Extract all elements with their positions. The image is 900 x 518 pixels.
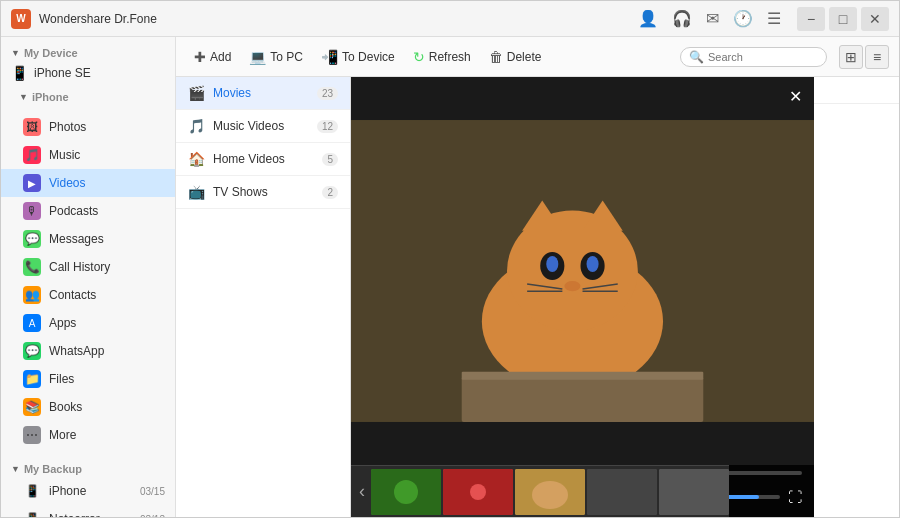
maximize-button[interactable]: □ [829,7,857,31]
contacts-icon: 👥 [23,286,41,304]
podcasts-icon: 🎙 [23,202,41,220]
categories-panel: 🎬 Movies 23 🎵 Music Videos 12 🏠 Home Vid… [176,77,351,517]
main-content: ▼ My Device 📱 iPhone SE ▼ iPhone 🖼 Photo… [1,37,899,517]
sidebar-item-call-history[interactable]: 📞 Call History [1,253,175,281]
svg-point-20 [470,484,486,500]
video-player [351,104,814,465]
to-pc-icon: 💻 [249,49,266,65]
film-thumb-2[interactable] [443,469,513,515]
refresh-button[interactable]: ↻ Refresh [405,45,479,69]
close-button[interactable]: ✕ [861,7,889,31]
svg-rect-15 [462,377,704,422]
film-thumb-5[interactable] [659,469,729,515]
sidebar-item-books[interactable]: 📚 Books [1,393,175,421]
messages-icon: 💬 [23,230,41,248]
section-iphone: 🖼 Photos 🎵 Music ▶ Videos 🎙 Podcasts 💬 [1,109,175,453]
svg-rect-24 [659,469,729,515]
to-pc-label: To PC [270,50,303,64]
delete-button[interactable]: 🗑 Delete [481,45,550,69]
iphone-backup-badge: 03/15 [140,486,165,497]
mail-icon[interactable]: ✉ [706,9,719,28]
sidebar-item-iphone-backup[interactable]: 📱 iPhone 03/15 [1,477,175,505]
sidebar: ▼ My Device 📱 iPhone SE ▼ iPhone 🖼 Photo… [1,37,176,517]
sidebar-item-videos[interactable]: ▶ Videos [1,169,175,197]
files-icon: 📁 [23,370,41,388]
menu-icon[interactable]: ☰ [767,9,781,28]
device-iphone-se[interactable]: 📱 iPhone SE [1,61,175,85]
history-icon[interactable]: 🕐 [733,9,753,28]
search-input[interactable] [708,51,818,63]
sidebar-item-messages[interactable]: 💬 Messages [1,225,175,253]
grid-view-button[interactable]: ⊞ [839,45,863,69]
category-music-videos[interactable]: 🎵 Music Videos 12 [176,110,350,143]
to-pc-button[interactable]: 💻 To PC [241,45,311,69]
filmstrip-left-arrow[interactable]: ‹ [355,481,369,502]
tv-shows-count: 2 [322,186,338,199]
home-videos-label: Home Videos [213,152,314,166]
search-area: 🔍 ⊞ ≡ [680,45,889,69]
toolbar: ✚ Add 💻 To PC 📲 To Device ↻ Refresh 🗑 [176,37,899,77]
home-videos-icon: 🏠 [188,151,205,167]
videos-label: Videos [49,176,165,190]
svg-rect-16 [462,372,704,380]
minimize-button[interactable]: − [797,7,825,31]
svg-point-7 [587,256,599,272]
person-icon[interactable]: 👤 [638,9,658,28]
arrow-icon: ▼ [19,92,28,102]
sidebar-item-whatsapp[interactable]: 💬 WhatsApp [1,337,175,365]
refresh-icon: ↻ [413,49,425,65]
category-movies[interactable]: 🎬 Movies 23 [176,77,350,110]
noteerror-badge: 03/13 [140,514,165,518]
delete-label: Delete [507,50,542,64]
volume-bar[interactable] [720,495,780,499]
whatsapp-icon: 💬 [23,342,41,360]
noteerror-label: Noteerror [49,512,132,517]
fullscreen-button[interactable]: ⛶ [788,489,802,505]
my-backup-header[interactable]: ▼ My Backup [1,457,175,477]
add-label: Add [210,50,231,64]
sidebar-item-music[interactable]: 🎵 Music [1,141,175,169]
apps-icon: A [23,314,41,332]
section-my-device: ▼ My Device 📱 iPhone SE ▼ iPhone [1,37,175,109]
tv-shows-label: TV Shows [213,185,314,199]
sidebar-item-podcasts[interactable]: 🎙 Podcasts [1,197,175,225]
search-box: 🔍 [680,47,827,67]
app-title: Wondershare Dr.Fone [39,12,630,26]
sidebar-item-more[interactable]: ⋯ More [1,421,175,449]
sidebar-item-files[interactable]: 📁 Files [1,365,175,393]
my-backup-label: My Backup [24,463,82,475]
home-videos-count: 5 [322,153,338,166]
music-label: Music [49,148,165,162]
books-icon: 📚 [23,398,41,416]
sidebar-item-photos[interactable]: 🖼 Photos [1,113,175,141]
category-home-videos[interactable]: 🏠 Home Videos 5 [176,143,350,176]
film-thumb-4[interactable] [587,469,657,515]
film-thumb-3[interactable] [515,469,585,515]
film-thumb-1[interactable] [371,469,441,515]
more-icon: ⋯ [23,426,41,444]
list-view-button[interactable]: ≡ [865,45,889,69]
sub-content: 🎬 Movies 23 🎵 Music Videos 12 🏠 Home Vid… [176,77,899,517]
svg-point-8 [564,281,580,291]
sidebar-item-contacts[interactable]: 👥 Contacts [1,281,175,309]
messages-label: Messages [49,232,165,246]
video-grid-area: ✕ [351,104,899,517]
arrow-icon: ▼ [11,464,20,474]
call-history-label: Call History [49,260,165,274]
iphone-backup-icon: 📱 [23,482,41,500]
music-icon: 🎵 [23,146,41,164]
sidebar-item-apps[interactable]: A Apps [1,309,175,337]
music-videos-label: Music Videos [213,119,309,133]
my-device-label: My Device [24,47,78,59]
iphone-header[interactable]: ▼ iPhone [1,85,175,105]
category-tv-shows[interactable]: 📺 TV Shows 2 [176,176,350,209]
my-device-header[interactable]: ▼ My Device [1,41,175,61]
headset-icon[interactable]: 🎧 [672,9,692,28]
sidebar-item-noteerror[interactable]: 📱 Noteerror 03/13 [1,505,175,517]
video-close-button[interactable]: ✕ [784,104,806,107]
add-button[interactable]: ✚ Add [186,45,239,69]
movies-count: 23 [317,87,338,100]
to-device-button[interactable]: 📲 To Device [313,45,403,69]
logo-text: W [16,13,25,24]
books-label: Books [49,400,165,414]
